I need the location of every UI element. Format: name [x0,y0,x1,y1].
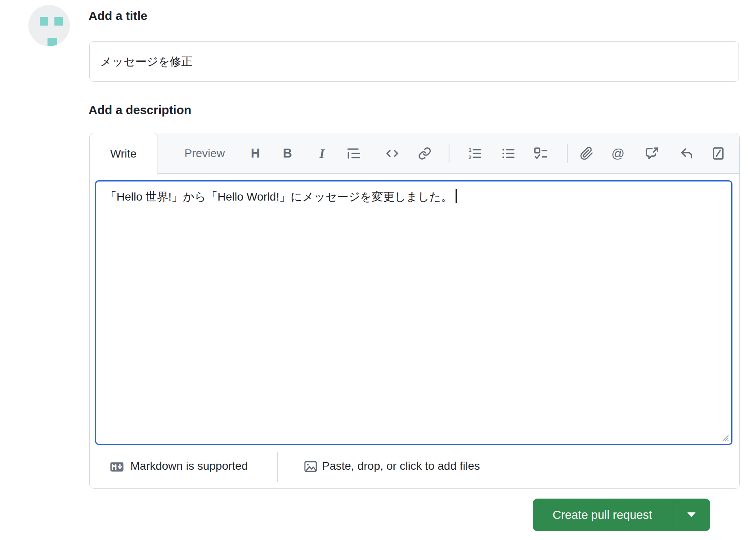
cross-reference-icon[interactable] [643,144,661,163]
saved-reply-icon[interactable] [677,144,696,163]
create-pull-request-button-group: Create pull request [533,499,710,531]
italic-icon[interactable]: I [313,144,331,163]
identicon-square [54,17,63,26]
image-icon [304,460,318,473]
attach-file-icon[interactable] [577,144,596,163]
footer-divider [277,452,278,482]
attach-files-button[interactable]: Paste, drop, or click to add files [322,460,480,473]
bullet-list-icon[interactable] [499,144,517,163]
numbered-list-icon[interactable]: 1 2 [465,144,484,163]
heading-icon[interactable]: H [246,144,265,163]
create-pull-request-dropdown[interactable] [672,499,710,531]
toolbar-divider [449,144,449,163]
link-icon[interactable] [415,144,434,163]
editor-tab-bar: Preview H B I [90,133,739,174]
slash-commands-icon[interactable] [709,144,728,163]
svg-text:2: 2 [469,154,472,160]
svg-text:1: 1 [469,147,472,153]
tab-preview[interactable]: Preview [167,133,242,174]
markdown-supported-link[interactable]: Markdown is supported [130,460,248,473]
toolbar-divider [567,144,568,163]
mention-icon[interactable]: @ [609,144,627,163]
create-pull-request-button[interactable]: Create pull request [533,499,672,531]
avatar [28,5,70,46]
quote-icon[interactable] [344,144,363,163]
text-caret [456,189,457,203]
editor-footer: Markdown is supported Paste, drop, or cl… [90,447,739,488]
description-text: 「Hello 世界!」から「Hello World!」にメッセージを変更しました… [105,190,452,203]
bold-icon[interactable]: B [278,144,297,163]
description-textarea[interactable]: 「Hello 世界!」から「Hello World!」にメッセージを変更しました… [95,180,732,445]
description-editor: Preview H B I [89,133,740,489]
add-description-heading: Add a description [89,103,191,117]
add-title-heading: Add a title [89,9,147,23]
code-icon[interactable] [383,144,402,163]
task-list-icon[interactable] [531,144,550,163]
tab-write[interactable]: Write [89,133,158,175]
title-input[interactable] [89,41,739,82]
chevron-down-icon [687,512,696,517]
identicon-square [40,17,48,26]
identicon-square [48,38,57,46]
resize-grip-icon[interactable] [719,432,729,442]
markdown-icon [110,460,124,474]
